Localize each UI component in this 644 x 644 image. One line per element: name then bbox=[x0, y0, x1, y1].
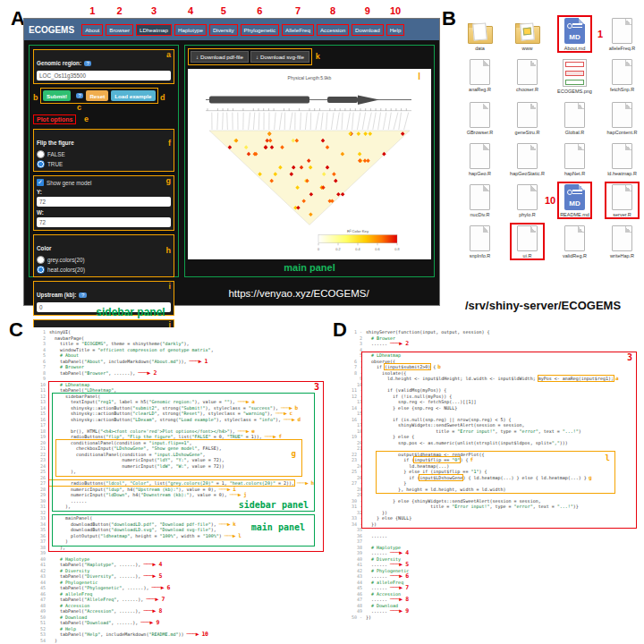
file-About.md[interactable]: MDAbout.md1 bbox=[551, 18, 598, 51]
file-validReg.R[interactable]: validReg.R bbox=[551, 225, 598, 258]
panel-a: ECOGEMS 1About2Browser3LDheatmap4Haploty… bbox=[23, 4, 440, 318]
tab-browser[interactable]: 2Browser bbox=[106, 24, 133, 36]
show-gene-model-checkbox[interactable]: ✓Show gene model bbox=[37, 179, 171, 186]
load-example-button[interactable]: Load example bbox=[111, 90, 155, 101]
svg-text:0.4: 0.4 bbox=[355, 248, 360, 251]
flip-true-radio[interactable]: TRUE bbox=[37, 160, 171, 168]
file-name: hapGeoStatic.R bbox=[504, 171, 551, 176]
submit-button[interactable]: Submit! bbox=[43, 90, 71, 101]
tab-phylogenetic[interactable]: 6Phylogenetic bbox=[241, 24, 279, 36]
tab-haplotype[interactable]: 4Haplotype bbox=[174, 24, 207, 36]
annotation-b: b bbox=[33, 93, 38, 102]
file-name: nucDiv.R bbox=[456, 212, 504, 217]
file-hapGeoStatic.R[interactable]: hapGeoStatic.R bbox=[504, 143, 551, 176]
r-file-icon bbox=[470, 225, 490, 251]
r-file-icon bbox=[564, 102, 585, 128]
file-fetchSnp.R[interactable]: fetchSnp.R bbox=[598, 59, 644, 94]
sidebar-panel: a Genomic region:? LOC_Os11g35500 b Subm… bbox=[29, 45, 179, 277]
main-panel-caption: main panel bbox=[188, 259, 431, 274]
tab-download[interactable]: 9Download bbox=[352, 24, 384, 36]
file-www[interactable]: www bbox=[504, 18, 551, 51]
tab-about[interactable]: 1About bbox=[81, 24, 103, 36]
server-code-editor[interactable]: 1 -shinyServer(function(input, output, s… bbox=[349, 327, 644, 620]
color-group: h Color grey.colors(20) heat.colors(20) bbox=[33, 234, 174, 277]
w-input[interactable]: 72 bbox=[37, 217, 171, 227]
tab-diversity[interactable]: 5Diversity bbox=[209, 24, 238, 36]
tab-ldheatmap[interactable]: 3LDheatmap bbox=[136, 24, 172, 36]
flip-figure-label: Flip the figure bbox=[37, 140, 74, 146]
plot-title: Physical Length:5.9kb bbox=[288, 75, 332, 80]
r-file-icon bbox=[612, 184, 632, 210]
r-file-icon bbox=[517, 102, 538, 128]
tab-accession[interactable]: 8Accession bbox=[317, 24, 349, 36]
panel-b-file-browser: datawwwMDAbout.md1alleleFreq.RanaReg.Rch… bbox=[442, 5, 644, 318]
file-hapContent.R[interactable]: hapContent.R bbox=[598, 102, 644, 135]
ui-code-editor[interactable]: 1shinyUI(2 navbarPage(3 title = "ECOGEMS… bbox=[32, 327, 331, 644]
heatmap-triangle bbox=[209, 131, 410, 225]
file-data[interactable]: data bbox=[456, 18, 504, 51]
upstream-help-icon[interactable]: ? bbox=[79, 292, 86, 298]
annotation-number: 9 bbox=[365, 5, 370, 16]
annotation-number: 7 bbox=[295, 5, 301, 16]
r-file-icon bbox=[470, 184, 490, 210]
file-name: anaReg.R bbox=[456, 87, 504, 92]
file-anaReg.R[interactable]: anaReg.R bbox=[456, 59, 504, 94]
genomic-region-input[interactable]: LOC_Os11g35500 bbox=[37, 71, 171, 80]
genomic-region-group: a Genomic region:? LOC_Os11g35500 bbox=[33, 49, 174, 84]
file-ui.R[interactable]: ui.R bbox=[504, 225, 551, 258]
download-icon: ↓ bbox=[256, 54, 258, 60]
file-alleleFreq.R[interactable]: alleleFreq.R bbox=[598, 18, 644, 51]
file-GBrowser.R[interactable]: GBrowser.R bbox=[456, 102, 504, 135]
reset-button[interactable]: Reset bbox=[86, 90, 108, 101]
annotation-a: a bbox=[166, 50, 171, 59]
file-writeHap.R[interactable]: writeHap.R bbox=[598, 225, 644, 258]
tab-allelefreq[interactable]: 7AlleleFreq bbox=[282, 24, 314, 36]
file-name: Global.R bbox=[551, 130, 598, 135]
file-README.md[interactable]: MDREADME.md10 bbox=[551, 184, 598, 217]
annotation-number: 4 bbox=[188, 5, 193, 16]
file-Global.R[interactable]: Global.R bbox=[551, 102, 598, 135]
grey-colors-radio[interactable]: grey.colors(20) bbox=[37, 256, 171, 264]
r-file-icon bbox=[470, 59, 490, 85]
file-hapNet.R[interactable]: hapNet.R bbox=[551, 143, 598, 176]
r-file-icon bbox=[612, 18, 632, 44]
file-server.R[interactable]: server.R bbox=[598, 184, 644, 217]
image-file-icon bbox=[563, 59, 587, 87]
app-navbar: ECOGEMS 1About2Browser3LDheatmap4Haploty… bbox=[24, 19, 439, 40]
r-file-icon bbox=[612, 143, 632, 169]
file-nucDiv.R[interactable]: nucDiv.R bbox=[456, 184, 504, 217]
annotation-number: 5 bbox=[221, 5, 226, 16]
main-panel: ↓Download pdf-file ↓Download svg-file k bbox=[184, 45, 435, 277]
file-name: chooser.R bbox=[504, 87, 551, 92]
file-name: hapNet.R bbox=[551, 171, 598, 176]
heat-colors-radio[interactable]: heat.colors(20) bbox=[37, 266, 171, 274]
file-geneStru.R[interactable]: geneStru.R bbox=[504, 102, 551, 135]
file-snpInfo.R[interactable]: snpInfo.R bbox=[456, 225, 504, 258]
annotation-d: d bbox=[160, 93, 165, 102]
app-brand[interactable]: ECOGEMS bbox=[29, 25, 74, 35]
help-icon[interactable]: ? bbox=[84, 61, 91, 66]
annotation-g: g bbox=[166, 176, 172, 185]
r-file-icon bbox=[612, 59, 632, 85]
flip-figure-group: f Flip the figure FALSE TRUE bbox=[33, 129, 174, 172]
download-svg-button[interactable]: ↓Download svg-file bbox=[250, 51, 309, 63]
r-file-icon bbox=[517, 184, 538, 210]
file-name: About.md bbox=[551, 46, 598, 51]
tab-help[interactable]: 10Help bbox=[386, 24, 405, 36]
radio-off-icon bbox=[37, 150, 45, 158]
file-chooser.R[interactable]: chooser.R bbox=[504, 59, 551, 94]
flip-false-radio[interactable]: FALSE bbox=[37, 150, 171, 158]
file-ECOGEMS.png[interactable]: ECOGEMS.png bbox=[551, 59, 598, 94]
color-key-label: R² Color Key bbox=[347, 229, 369, 233]
file-ld.heatmap.R[interactable]: ld.heatmap.R bbox=[598, 143, 644, 176]
download-pdf-button[interactable]: ↓Download pdf-file bbox=[191, 51, 249, 63]
r-file-icon bbox=[517, 143, 538, 169]
submit-help-icon[interactable]: ? bbox=[76, 93, 83, 98]
file-name: README.md bbox=[551, 212, 598, 217]
y-input[interactable]: 72 bbox=[37, 197, 171, 207]
annotation-l: l bbox=[418, 72, 420, 81]
file-name: server.R bbox=[598, 212, 644, 217]
svg-text:0: 0 bbox=[318, 248, 319, 251]
file-hapGeo.R[interactable]: hapGeo.R bbox=[456, 143, 504, 176]
y-label: Y: bbox=[37, 189, 171, 195]
